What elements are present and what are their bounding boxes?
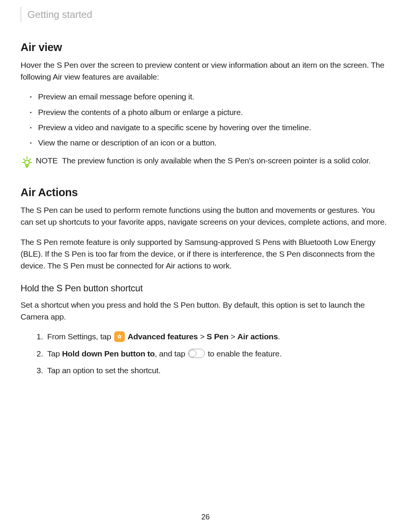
step2-mid: , and tap [155, 349, 188, 358]
section-header-wrap: Getting started [21, 7, 388, 22]
air-actions-p1: The S Pen can be used to perform remote … [21, 204, 388, 228]
steps-list: From Settings, tap Advanced features > S… [21, 331, 388, 376]
toggle-off-icon [188, 349, 205, 358]
step-item: From Settings, tap Advanced features > S… [47, 331, 388, 342]
step-item: Tap an option to set the shortcut. [47, 365, 388, 376]
step1-airactions: Air actions [237, 332, 278, 341]
step-item: Tap Hold down Pen button to, and tap to … [47, 348, 388, 359]
bullet-item: View the name or description of an icon … [37, 137, 388, 149]
note-body: The preview function is only available w… [62, 156, 371, 165]
svg-point-7 [119, 336, 120, 337]
note-block: NOTE The preview function is only availa… [21, 155, 388, 169]
heading-air-actions: Air Actions [21, 186, 388, 199]
svg-point-0 [25, 160, 29, 165]
chevron: > [228, 332, 237, 341]
bullet-item: Preview the contents of a photo album or… [37, 107, 388, 118]
air-view-intro: Hover the S Pen over the screen to previ… [21, 59, 388, 83]
step2-hold: Hold down Pen button to [62, 349, 155, 358]
svg-line-5 [29, 159, 30, 160]
tip-icon [21, 156, 36, 169]
section-header: Getting started [27, 9, 92, 21]
hold-spen-intro: Set a shortcut when you press and hold t… [21, 299, 388, 323]
chevron: > [198, 332, 207, 341]
step1-advanced: Advanced features [127, 332, 198, 341]
heading-air-view: Air view [21, 41, 388, 54]
air-view-bullets: Preview an email message before opening … [21, 91, 388, 149]
svg-line-4 [24, 159, 25, 160]
toggle-knob [189, 350, 196, 357]
advanced-features-icon [114, 331, 125, 342]
note-label: NOTE [36, 156, 58, 165]
bullet-item: Preview an email message before opening … [37, 91, 388, 102]
step2-suffix: to enable the feature. [206, 349, 282, 358]
bullet-item: Preview a video and navigate to a specif… [37, 122, 388, 133]
note-text: NOTE The preview function is only availa… [36, 155, 388, 166]
step2-prefix: Tap [47, 349, 62, 358]
step1-prefix: From Settings, tap [47, 332, 113, 341]
step1-suffix: . [278, 332, 280, 341]
air-actions-p2: The S Pen remote feature is only support… [21, 236, 388, 272]
step1-spen: S Pen [207, 332, 228, 341]
subheading-hold-spen: Hold the S Pen button shortcut [21, 283, 388, 294]
page-number: 26 [0, 513, 411, 521]
